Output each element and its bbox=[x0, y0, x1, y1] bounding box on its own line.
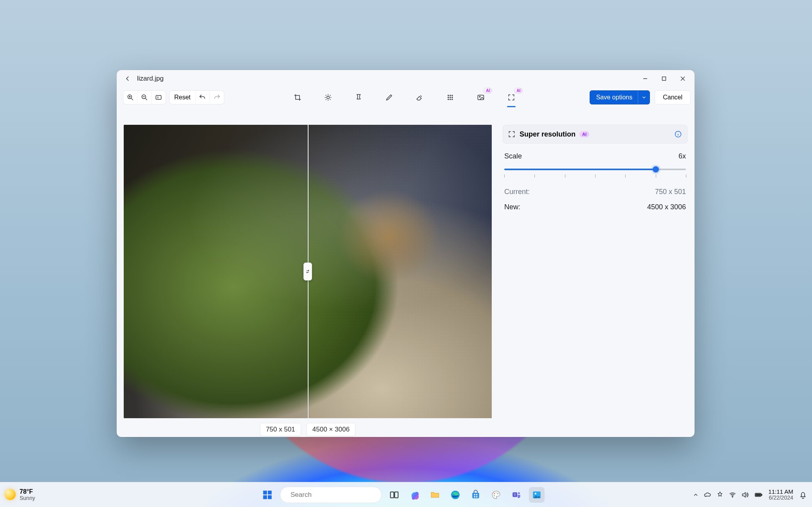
zoom-in-icon bbox=[126, 93, 134, 101]
editor-toolbar: Reset bbox=[117, 87, 695, 108]
generative-erase-tool[interactable]: AI bbox=[473, 90, 488, 105]
battery-icon bbox=[754, 491, 763, 499]
image-canvas[interactable] bbox=[124, 125, 492, 418]
edge-button[interactable] bbox=[448, 487, 463, 503]
slider-tick bbox=[504, 174, 505, 178]
undo-icon bbox=[198, 93, 206, 101]
expand-icon bbox=[508, 130, 516, 138]
filter-tool[interactable] bbox=[351, 90, 366, 105]
copilot-button[interactable] bbox=[407, 487, 422, 503]
sun-icon bbox=[5, 489, 16, 500]
svg-point-38 bbox=[535, 493, 536, 494]
zoom-in-button[interactable] bbox=[123, 91, 137, 104]
editor-content: 750 x 501 4500 × 3006 Super resolution A… bbox=[124, 125, 687, 431]
zoom-out-button[interactable] bbox=[137, 91, 152, 104]
maximize-button[interactable] bbox=[655, 70, 673, 87]
slider-tick bbox=[595, 174, 595, 178]
store-button[interactable] bbox=[468, 487, 484, 503]
clock-date: 6/22/2024 bbox=[769, 495, 793, 501]
slider-tick bbox=[534, 174, 535, 178]
titlebar: lizard.jpg bbox=[117, 70, 695, 87]
adjust-tool[interactable] bbox=[321, 90, 336, 105]
scale-value: 6x bbox=[678, 152, 686, 160]
fit-icon bbox=[155, 93, 162, 101]
super-resolution-tool[interactable]: AI bbox=[504, 90, 519, 105]
volume-icon bbox=[741, 491, 749, 499]
svg-point-39 bbox=[732, 496, 733, 497]
start-button[interactable] bbox=[260, 487, 275, 503]
scale-slider-wrap bbox=[504, 166, 686, 179]
svg-rect-42 bbox=[761, 494, 762, 495]
weather-widget[interactable]: 78°F Sunny bbox=[5, 489, 35, 501]
weather-text: 78°F Sunny bbox=[20, 489, 35, 501]
paint-button[interactable] bbox=[488, 487, 504, 503]
crop-tool[interactable] bbox=[290, 90, 305, 105]
taskbar-search[interactable] bbox=[280, 487, 382, 503]
svg-rect-25 bbox=[472, 493, 479, 498]
svg-point-11 bbox=[448, 99, 449, 100]
file-explorer-button[interactable] bbox=[427, 487, 443, 503]
window-controls bbox=[636, 70, 692, 87]
blur-icon bbox=[446, 93, 454, 101]
scale-slider[interactable] bbox=[504, 166, 686, 173]
svg-rect-3 bbox=[156, 95, 161, 99]
erase-tool[interactable] bbox=[412, 90, 427, 105]
svg-text:T: T bbox=[514, 493, 516, 496]
save-options-dropdown[interactable] bbox=[638, 90, 650, 104]
clock-time: 11:11 AM bbox=[769, 489, 793, 495]
task-view-icon bbox=[389, 490, 399, 500]
toolbar-actions: Save options Cancel bbox=[585, 90, 691, 104]
original-dimension: 750 x 501 bbox=[260, 423, 301, 436]
save-options-button[interactable]: Save options bbox=[590, 90, 650, 104]
minimize-button[interactable] bbox=[636, 70, 655, 87]
reset-button[interactable]: Reset bbox=[170, 91, 196, 104]
system-tray[interactable] bbox=[693, 491, 763, 499]
taskbar: 78°F Sunny T bbox=[0, 482, 812, 507]
info-icon bbox=[674, 130, 682, 138]
store-icon bbox=[471, 490, 481, 500]
panel-header: Super resolution AI bbox=[503, 125, 687, 144]
svg-point-32 bbox=[497, 493, 498, 494]
svg-point-36 bbox=[518, 492, 520, 494]
new-row: New: 4500 x 3006 bbox=[504, 203, 686, 211]
teams-button[interactable]: T bbox=[509, 487, 524, 503]
info-button[interactable] bbox=[674, 130, 682, 138]
cancel-button[interactable]: Cancel bbox=[655, 90, 691, 104]
back-button[interactable] bbox=[120, 71, 135, 86]
undo-button[interactable] bbox=[196, 91, 210, 104]
chevron-up-icon bbox=[693, 492, 699, 498]
swap-icon bbox=[305, 268, 310, 275]
background-blur-tool[interactable] bbox=[443, 90, 458, 105]
canvas-wrap: 750 x 501 4500 × 3006 bbox=[124, 125, 492, 431]
ai-badge: AI bbox=[514, 88, 523, 93]
svg-rect-22 bbox=[390, 492, 394, 498]
photos-app-window: lizard.jpg Rese bbox=[117, 70, 695, 437]
slider-tick bbox=[656, 174, 656, 178]
svg-point-7 bbox=[452, 95, 453, 96]
svg-rect-26 bbox=[474, 494, 475, 495]
current-row: Current: 750 x 501 bbox=[504, 188, 686, 196]
redo-button[interactable] bbox=[210, 91, 224, 104]
svg-point-12 bbox=[450, 99, 451, 100]
weather-condition: Sunny bbox=[20, 495, 35, 501]
dimension-labels: 750 x 501 4500 × 3006 bbox=[124, 423, 492, 436]
close-button[interactable] bbox=[673, 70, 692, 87]
task-view-button[interactable] bbox=[386, 487, 402, 503]
svg-point-8 bbox=[448, 97, 449, 98]
photos-button[interactable] bbox=[529, 487, 545, 503]
slider-thumb[interactable] bbox=[653, 166, 659, 173]
fit-to-window-button[interactable] bbox=[152, 91, 166, 104]
weather-temp: 78°F bbox=[20, 489, 35, 495]
save-options-label: Save options bbox=[590, 94, 638, 101]
markup-tool[interactable] bbox=[382, 90, 397, 105]
svg-point-30 bbox=[494, 493, 495, 494]
notifications-button[interactable] bbox=[799, 491, 807, 499]
compare-handle[interactable] bbox=[303, 262, 312, 280]
clock[interactable]: 11:11 AM 6/22/2024 bbox=[769, 489, 793, 500]
edge-icon bbox=[450, 490, 460, 500]
svg-rect-20 bbox=[268, 495, 272, 499]
panel-title: Super resolution bbox=[520, 130, 576, 138]
panel-body: Scale 6x Current: 750 x 501 New: bbox=[503, 144, 687, 211]
search-input[interactable] bbox=[290, 491, 374, 499]
ai-badge: AI bbox=[579, 131, 589, 137]
